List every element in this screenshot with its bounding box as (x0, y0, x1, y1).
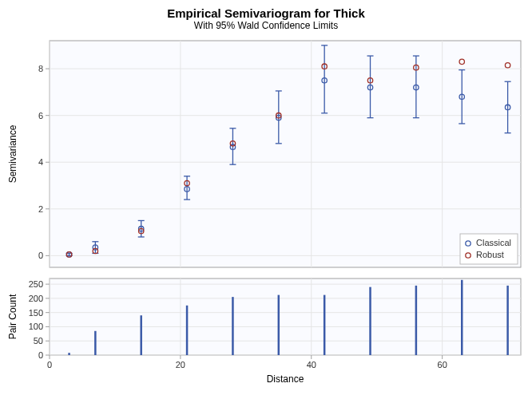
x-tick-label: 40 (307, 360, 316, 369)
y-tick-label: 2 (38, 204, 43, 214)
y-tick-label: 0 (38, 251, 43, 260)
x-tick-label: 60 (438, 360, 447, 369)
y-tick-label: 4 (38, 157, 43, 167)
chart-svg: 02468SemivarianceClassicalRobust05010015… (0, 36, 532, 399)
pair-count-panel (50, 279, 521, 355)
legend-robust-label: Robust (476, 250, 504, 259)
x-axis-label: Distance (267, 373, 304, 385)
legend-classical-label: Classical (476, 238, 511, 247)
page-title: Empirical Semivariogram for Thick (0, 0, 532, 20)
y-tick-label: 8 (38, 64, 43, 73)
x-tick-label: 20 (176, 360, 185, 369)
y-axis-label-bottom: Pair Count (7, 294, 18, 339)
y-axis-label-top: Semivariance (7, 124, 18, 183)
page-subtitle: With 95% Wald Confidence Limits (0, 20, 532, 36)
semivariance-panel (50, 41, 521, 267)
y-tick-label-bottom: 0 (38, 350, 43, 360)
y-tick-label: 6 (38, 111, 43, 120)
y-tick-label-bottom: 100 (29, 322, 43, 331)
y-tick-label-bottom: 200 (29, 294, 43, 303)
x-tick-label: 0 (47, 360, 52, 369)
y-tick-label-bottom: 150 (29, 308, 43, 318)
y-tick-label-bottom: 50 (34, 336, 43, 346)
chart-container: 02468SemivarianceClassicalRobust05010015… (0, 36, 532, 399)
y-tick-label-bottom: 250 (29, 279, 43, 289)
